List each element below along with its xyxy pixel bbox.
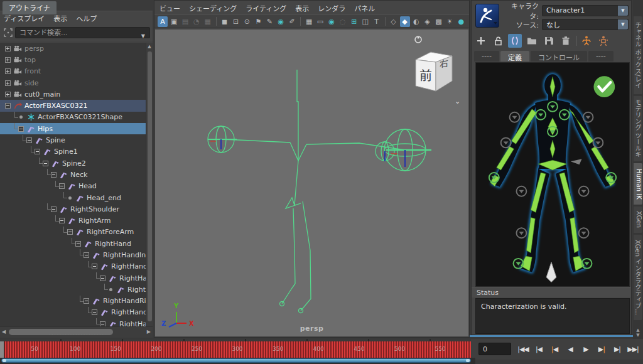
viewport-menu-1[interactable]: シェーディング — [189, 3, 237, 13]
step-forward-frame-button[interactable]: ▶| — [610, 343, 624, 355]
collapse-toggle-icon[interactable] — [75, 241, 81, 247]
outliner-item-RightHandIndex1[interactable]: RightHandIndex1 — [0, 249, 146, 260]
expand-toggle-icon[interactable] — [5, 46, 11, 51]
outliner-item-cut0_main[interactable]: cut0_main — [0, 88, 146, 100]
collapse-toggle-icon[interactable] — [43, 161, 48, 166]
humanik-logo[interactable] — [475, 4, 499, 28]
outliner-item-Spine[interactable]: Spine — [0, 134, 146, 146]
range-start-handle[interactable] — [3, 359, 6, 362]
outliner-item-RightHandIndex3[interactable]: RightHandIndex3 — [0, 272, 146, 284]
viewport-menu-5[interactable]: パネル — [354, 3, 375, 13]
step-forward-key-button[interactable]: ▶| — [595, 343, 608, 355]
outliner-item-RightHandRing2[interactable]: RightHandRing2 — [0, 307, 146, 318]
textured-icon[interactable]: ◈ — [422, 16, 432, 27]
mirror-definition-icon[interactable] — [508, 34, 522, 48]
sidebar-tab-0[interactable]: チャネル ボックス/レイヤ エディタ — [634, 16, 642, 94]
lock-definition-icon[interactable] — [491, 34, 505, 48]
collapse-toggle-icon[interactable] — [51, 172, 57, 178]
range-slider-track[interactable] — [0, 358, 475, 364]
outliner-item-Head_end[interactable]: Head_end — [0, 192, 146, 203]
outliner-item-persp[interactable]: persp — [0, 43, 146, 54]
scroll-left-icon[interactable]: ◀ — [2, 329, 6, 335]
expand-toggle-icon[interactable] — [5, 57, 11, 63]
expand-toggle-icon[interactable] — [5, 80, 11, 86]
outliner-menu-0[interactable]: ディスプレイ — [4, 13, 45, 23]
step-back-frame-button[interactable]: |◀ — [532, 343, 546, 355]
scroll-up-icon[interactable]: ▲ — [146, 43, 153, 50]
outliner-menu-1[interactable]: 表示 — [53, 13, 67, 23]
view-cube[interactable]: 前 右 ⌄ — [407, 31, 460, 106]
select-highlight-icon[interactable]: A — [158, 16, 168, 27]
viewport-canvas[interactable]: 前 右 ⌄ Y X Z persp — [155, 29, 468, 336]
save-skeleton-icon[interactable] — [542, 34, 556, 48]
outliner-item-Spine1[interactable]: Spine1 — [0, 146, 146, 158]
outliner-vertical-scrollbar[interactable]: ▲ — [146, 43, 153, 326]
go-to-end-button[interactable]: ▶▶| — [626, 343, 640, 355]
character-definition-diagram[interactable] — [475, 62, 630, 287]
frame-selected-icon[interactable]: ▣ — [169, 16, 179, 27]
tabstrip-scroll-arrows[interactable]: ▲▼ — [635, 328, 641, 338]
resolution-gate-icon[interactable]: ◉ — [327, 16, 337, 27]
outliner-item-side[interactable]: side — [0, 77, 146, 88]
isolate-select-icon[interactable]: ▤ — [180, 16, 190, 27]
gate-mask-icon[interactable]: ◌ — [338, 16, 348, 27]
outliner-item-Head[interactable]: Head — [0, 181, 146, 192]
skeleton-generator-icon[interactable] — [580, 34, 593, 48]
range-end-handle[interactable] — [466, 359, 470, 362]
humanik-tab-2[interactable]: コントロール — [531, 51, 587, 62]
step-back-key-button[interactable]: |◀ — [548, 343, 561, 355]
viewport-menu-2[interactable]: ライティング — [246, 3, 286, 13]
outliner-item-RightHandIndex2[interactable]: RightHandIndex2 — [0, 261, 146, 272]
film-gate-icon[interactable]: ▭ — [315, 16, 325, 27]
outliner-item-front[interactable]: front — [0, 66, 146, 77]
collapse-toggle-icon[interactable] — [59, 218, 65, 223]
go-to-start-button[interactable]: |◀◀ — [516, 343, 530, 355]
exposure-icon[interactable]: ◔ — [192, 16, 202, 27]
safe-action-icon[interactable]: ◫ — [360, 16, 370, 27]
humanik-tab-0[interactable]: ---- — [474, 51, 499, 62]
grease-pencil-icon[interactable]: ✐ — [287, 16, 297, 27]
gamma-icon[interactable]: ▦ — [203, 16, 213, 27]
flat-shade-icon[interactable]: ◐ — [411, 16, 421, 27]
pan-zoom-icon[interactable]: ◉ — [276, 16, 286, 27]
collapse-toggle-icon[interactable] — [35, 149, 40, 154]
current-time-marker[interactable] — [0, 341, 4, 358]
sidebar-tab-4[interactable]: XGen インタラクティブ... — [634, 235, 642, 320]
wireframe-on-shaded-icon[interactable]: ▩ — [433, 16, 443, 27]
outliner-item-Hips[interactable]: Hips — [0, 123, 146, 134]
viewport-menu-4[interactable]: レンダラ — [318, 3, 345, 13]
sidebar-tab-1[interactable]: モデリング ツールキット — [634, 96, 642, 161]
outliner-item-RightHand[interactable]: RightHand — [0, 238, 146, 249]
collapse-toggle-icon[interactable] — [100, 276, 105, 281]
expand-toggle-icon[interactable] — [5, 92, 11, 97]
collapse-toggle-icon[interactable] — [100, 321, 105, 326]
default-light-icon[interactable]: ● — [456, 16, 466, 27]
control-rig-icon[interactable] — [597, 34, 610, 48]
camera-icon[interactable]: ◼ — [220, 16, 230, 27]
camera-settings-icon[interactable]: ⊙ — [242, 16, 252, 27]
time-slider[interactable]: 50100150200250300350400450500550 — [0, 341, 471, 358]
collapse-toggle-icon[interactable] — [84, 252, 89, 258]
outliner-item-RightHandRing1[interactable]: RightHandRing1 — [0, 296, 146, 307]
collapse-toggle-icon[interactable] — [92, 264, 97, 269]
outliner-item-RightShoulder[interactable]: RightShoulder — [0, 203, 146, 215]
outliner-item-RightArm[interactable]: RightArm — [0, 215, 146, 226]
lighting-icon[interactable]: ☀ — [445, 16, 455, 27]
smooth-shade-icon[interactable]: ◆ — [400, 16, 410, 27]
viewport-menu-3[interactable]: 表示 — [295, 3, 309, 13]
range-slider-bar[interactable] — [1, 358, 471, 363]
collapse-toggle-icon[interactable] — [59, 183, 65, 189]
outliner-item-top[interactable]: top — [0, 54, 146, 65]
command-search-input[interactable] — [15, 27, 150, 38]
outliner-item-Spine2[interactable]: Spine2 — [0, 158, 146, 169]
character-dropdown[interactable]: Character1 ▼ — [542, 5, 629, 16]
outliner-item-ActorFBXASC0321[interactable]: ActorFBXASC0321 — [0, 100, 146, 111]
collapse-toggle-icon[interactable] — [51, 206, 57, 212]
delete-definition-icon[interactable] — [559, 34, 573, 48]
grid-icon[interactable]: ▦ — [304, 16, 314, 27]
image-plane-icon[interactable]: ✎ — [264, 16, 274, 27]
viewport-menu-0[interactable]: ビュー — [159, 3, 180, 13]
select-by-name-icon[interactable] — [3, 28, 13, 38]
outliner-menu-2[interactable]: ヘルプ — [76, 13, 97, 23]
play-forwards-button[interactable]: ▶ — [579, 343, 593, 355]
